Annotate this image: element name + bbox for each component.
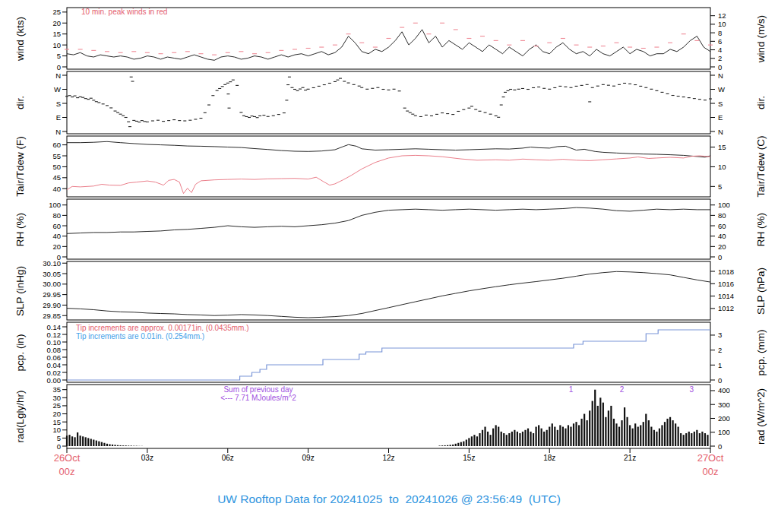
radiation-bar — [605, 417, 606, 446]
y-tick-label-slp: 29.85 — [33, 312, 61, 320]
radiation-bar — [98, 442, 100, 446]
radiation-bar — [632, 429, 634, 446]
panel-border-slp — [67, 261, 710, 320]
radiation-bar — [524, 430, 526, 446]
radiation-bar — [487, 432, 489, 446]
y-tick-label-pcp: 0.12 — [33, 331, 61, 339]
y-tick-label-pcp: 0 — [718, 376, 748, 385]
y-tick-label-slp: 29.95 — [33, 290, 61, 299]
radiation-bar — [678, 427, 679, 446]
radiation-bar — [643, 422, 644, 446]
radiation-bar — [659, 429, 660, 446]
radiation-bar — [587, 420, 588, 446]
y-tick-label-slp: 30.00 — [33, 280, 61, 288]
radiation-bar — [554, 427, 555, 446]
y-tick-label-wind: 8 — [718, 29, 748, 37]
radiation-bar — [637, 427, 639, 446]
radiation-bar — [592, 401, 593, 446]
radiation-bar — [112, 445, 113, 446]
y-tick-label-temp: 55 — [33, 152, 61, 160]
radiation-bar — [581, 419, 583, 446]
y-tick-label-wind: 6 — [718, 37, 748, 46]
y-tick-label-rad: 10 — [33, 426, 61, 434]
y-tick-label-pcp: 0.02 — [33, 369, 61, 377]
y-tick-label-rad: 25 — [33, 401, 61, 410]
axis-title-rh-right: RH (%) — [755, 212, 767, 245]
y-tick-label-slp: 1016 — [718, 280, 748, 288]
x-axis-end-hour: 00z — [703, 466, 719, 477]
radiation-bar — [444, 445, 446, 446]
radiation-bar — [650, 427, 652, 446]
y-tick-label-dir: S — [33, 100, 61, 108]
radiation-bar — [685, 433, 687, 446]
radiation-bar — [452, 445, 454, 446]
y-tick-label-dir: E — [718, 113, 748, 122]
y-tick-label-rh: 100 — [718, 201, 748, 209]
radiation-bar — [447, 445, 448, 446]
radiation-bar — [119, 445, 121, 446]
y-tick-label-temp: 40 — [33, 185, 61, 193]
y-tick-label-rh: 40 — [33, 232, 61, 240]
y-tick-label-temp: 50 — [33, 163, 61, 171]
axis-title-dir-right: dir. — [755, 96, 767, 109]
x-axis-end-date: 27Oct — [697, 452, 724, 464]
radiation-bar — [672, 420, 673, 446]
radiation-bar — [541, 429, 542, 446]
y-tick-label-rh: 0 — [718, 253, 748, 261]
y-tick-label-pcp: 0.06 — [33, 353, 61, 362]
radiation-bar — [125, 445, 127, 446]
axis-title-rad-left: rad(Lgly/hr) — [14, 390, 26, 442]
radiation-bar — [82, 436, 84, 446]
axis-title-dir-left: dir. — [14, 96, 26, 109]
y-tick-label-rad: 30 — [33, 394, 61, 402]
panel-border-rh — [67, 199, 710, 259]
y-tick-label-pcp: 0.14 — [33, 323, 61, 331]
radiation-bar — [457, 443, 459, 446]
y-tick-label-slp: 30.10 — [33, 259, 61, 268]
y-tick-label-rad: 0 — [718, 442, 748, 451]
radiation-bar — [536, 427, 537, 446]
radiation-bar — [87, 438, 89, 446]
y-tick-label-rad: 5 — [33, 434, 61, 442]
y-tick-label-temp: 60 — [33, 141, 61, 149]
panel-border-dir — [67, 71, 710, 134]
y-tick-label-wind: 15 — [33, 30, 61, 38]
radiation-bar — [707, 435, 708, 446]
radiation-bar — [549, 427, 550, 446]
radiation-bar — [71, 436, 73, 446]
y-tick-label-dir: N — [718, 128, 748, 136]
radiation-bar — [128, 445, 129, 446]
radiation-bar — [634, 423, 636, 446]
y-tick-label-pcp: 0.00 — [33, 376, 61, 385]
radiation-sum-note-line2: <--- 7.71 MJoules/m^2 — [220, 394, 296, 402]
radiation-bar — [479, 433, 480, 446]
y-tick-label-wind: 0 — [718, 63, 748, 71]
x-tick-label: 12z — [382, 454, 394, 462]
radiation-bar — [618, 427, 620, 446]
radiation-bar — [114, 445, 115, 446]
radiation-bar — [578, 425, 580, 446]
x-tick-label: 09z — [302, 454, 315, 462]
y-tick-label-rh: 60 — [33, 222, 61, 230]
x-tick-label: 03z — [141, 454, 153, 462]
radiation-bar — [109, 444, 110, 446]
y-tick-label-rad: 20 — [33, 410, 61, 418]
series-Tair-F — [67, 141, 710, 157]
radiation-bar — [68, 435, 70, 446]
radiation-bar — [122, 445, 124, 446]
figure-title: UW Rooftop Data for 20241025 to 20241026… — [217, 492, 561, 506]
radiation-bar — [575, 422, 577, 446]
radiation-bar — [546, 430, 548, 446]
radiation-bar — [103, 443, 105, 446]
radiation-bar — [608, 410, 609, 446]
axis-title-wind-left: wind (kts) — [14, 17, 26, 61]
y-tick-label-wind: 0 — [33, 63, 61, 71]
radiation-bar — [699, 433, 701, 446]
radiation-bar — [653, 430, 655, 446]
axis-title-temp-right: Tair/Tdew (C) — [755, 135, 767, 197]
y-tick-label-wind: 10 — [33, 41, 61, 49]
y-tick-label-pcp: 1 — [718, 361, 748, 369]
y-tick-label-dir: W — [33, 85, 61, 93]
y-tick-label-rad: 400 — [718, 386, 748, 394]
y-tick-label-rad: 100 — [718, 428, 748, 436]
